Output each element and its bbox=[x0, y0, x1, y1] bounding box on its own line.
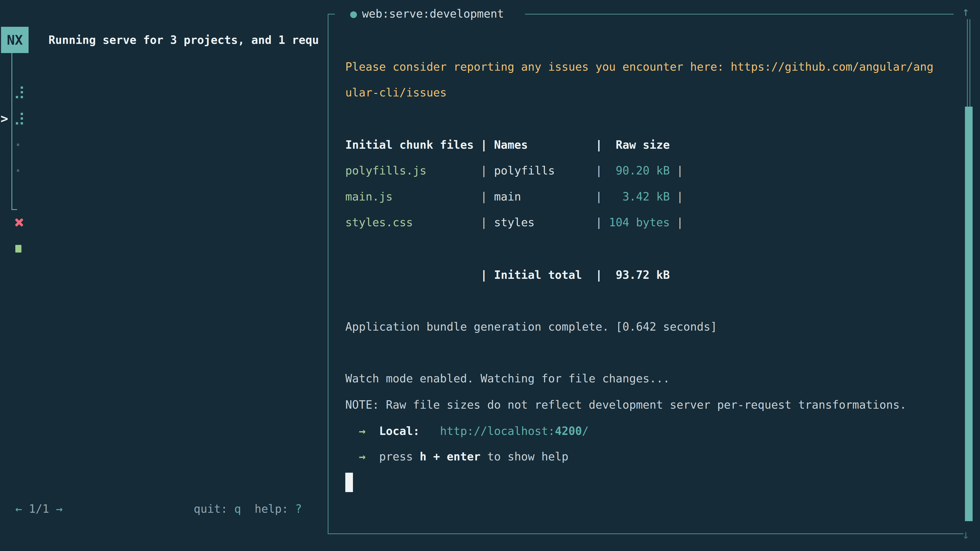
header-names: Names bbox=[494, 132, 595, 158]
task-item-waiting-1[interactable]: Waiting for task... bbox=[0, 132, 328, 158]
help-hint-line: → press h + enter to show help bbox=[345, 444, 568, 470]
chunk-table-row: styles.css| styles|104 bytes | bbox=[345, 210, 683, 235]
help-hint-label: help: bbox=[255, 502, 288, 515]
chunk-table-header: Initial chunk files| Names|Raw size bbox=[345, 132, 670, 158]
scrollbar-down-arrow-icon[interactable]: ↓ bbox=[962, 521, 969, 548]
task-success-square-icon bbox=[15, 245, 21, 252]
task-list-pagination: ← 1/1 → bbox=[15, 496, 62, 522]
issue-notice-line-1: Please consider reporting any issues you… bbox=[345, 54, 934, 80]
total-size: 93.72 kB bbox=[602, 262, 670, 288]
keyboard-hints: quit: q help: ? bbox=[194, 496, 302, 522]
task-spinner-icon bbox=[16, 113, 23, 124]
chunk-table-total-row: | Initial total|93.72 kB bbox=[345, 262, 670, 288]
arrow-right-icon: → bbox=[359, 450, 366, 463]
chunk-size: 104 bytes bbox=[602, 210, 670, 235]
header-files: Initial chunk files bbox=[345, 132, 480, 158]
task-item-web-serve-development[interactable]: web:serve:development bbox=[0, 106, 328, 132]
help-key: ? bbox=[295, 502, 302, 515]
chunk-file: styles.css bbox=[345, 210, 480, 235]
app-title: Running serve for 3 projects, and 1 requ bbox=[48, 27, 327, 53]
note-message: NOTE: Raw file sizes do not reflect deve… bbox=[345, 392, 907, 418]
pagination-prev-icon[interactable]: ← bbox=[15, 502, 22, 515]
help-rest: to show help bbox=[487, 450, 568, 463]
local-label: Local: bbox=[379, 424, 420, 437]
quit-key: q bbox=[234, 502, 241, 515]
issue-notice-line-2[interactable]: ular-cli/issues bbox=[345, 79, 447, 106]
panel-border-left bbox=[328, 14, 328, 534]
task-pending-dot-icon bbox=[17, 169, 19, 171]
header-raw-size: Raw size bbox=[602, 132, 670, 158]
chunk-table-row: main.js| main|3.42 kB | bbox=[345, 184, 683, 210]
press-text: press bbox=[379, 450, 413, 463]
pagination-current: 1/1 bbox=[29, 502, 49, 515]
nx-tui-screen: NX Running serve for 3 projects, and 1 r… bbox=[0, 0, 980, 551]
chunk-table-row: polyfills.js| polyfills|90.20 kB | bbox=[345, 158, 683, 184]
scrollbar-track[interactable] bbox=[967, 19, 968, 106]
pagination-next-icon[interactable]: → bbox=[56, 502, 63, 515]
chunk-name: polyfills bbox=[494, 158, 595, 184]
watch-mode-message: Watch mode enabled. Watching for file ch… bbox=[345, 365, 670, 392]
total-label: Initial total bbox=[494, 262, 595, 288]
panel-border-top bbox=[525, 14, 954, 14]
arrow-right-icon: → bbox=[359, 424, 366, 437]
scrollbar-up-arrow-icon[interactable]: ↑ bbox=[962, 0, 969, 24]
terminal-cursor bbox=[345, 473, 353, 492]
task-item-waiting-2[interactable]: Waiting for task... bbox=[0, 158, 328, 184]
local-url[interactable]: http://localhost:4200/ bbox=[440, 424, 589, 437]
panel-border-top-stub bbox=[328, 14, 335, 14]
panel-title: ●web:serve:development bbox=[350, 1, 504, 27]
chunk-name: styles bbox=[494, 210, 595, 235]
help-keys: h + enter bbox=[420, 450, 480, 463]
task-failed-x-icon bbox=[14, 218, 24, 227]
panel-border-bottom bbox=[328, 534, 963, 534]
panel-title-text: web:serve:development bbox=[362, 7, 504, 20]
task-item-guitar-serve[interactable]: guitar:serve bbox=[0, 210, 328, 235]
nx-logo: NX bbox=[1, 27, 29, 53]
task-pending-dot-icon bbox=[17, 144, 19, 146]
bundle-complete-message: Application bundle generation complete. … bbox=[345, 314, 717, 340]
local-server-line: → Local: http://localhost:4200/ bbox=[345, 418, 589, 444]
running-status-dot-icon: ● bbox=[350, 7, 357, 20]
task-item-backend-build-production[interactable]: backend:build:production bbox=[0, 236, 328, 262]
task-item-backend-serve-development[interactable]: backend:serve:development bbox=[0, 79, 328, 105]
chunk-file: polyfills.js bbox=[345, 158, 480, 184]
chunk-size: 3.42 kB bbox=[602, 184, 670, 210]
task-spinner-icon bbox=[16, 86, 23, 98]
chunk-name: main bbox=[494, 184, 595, 210]
chunk-file: main.js bbox=[345, 184, 480, 210]
scrollbar-thumb[interactable] bbox=[965, 106, 973, 521]
chunk-size: 90.20 kB bbox=[602, 158, 670, 184]
scrollbar-track[interactable] bbox=[969, 19, 970, 106]
quit-hint-label: quit: bbox=[194, 502, 228, 515]
